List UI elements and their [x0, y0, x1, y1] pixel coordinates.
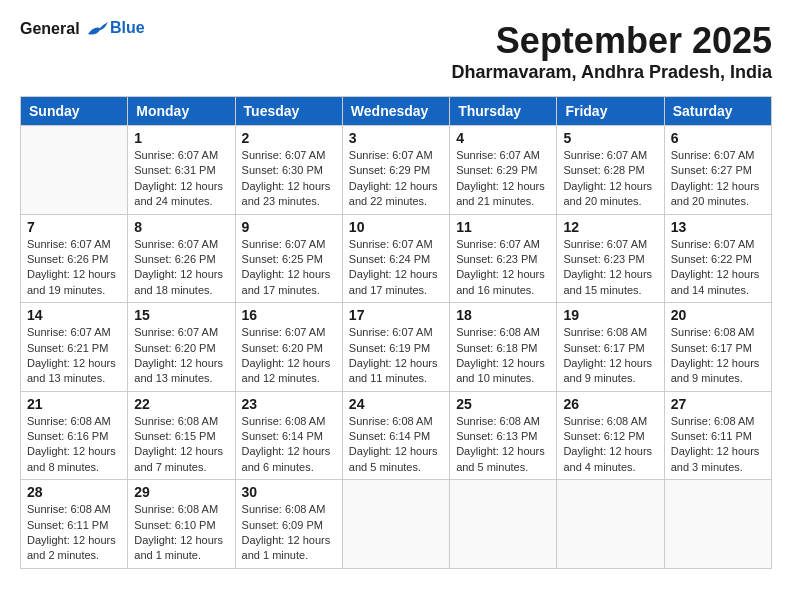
calendar-cell: 11Sunrise: 6:07 AM Sunset: 6:23 PM Dayli… [450, 214, 557, 303]
day-number: 5 [563, 130, 657, 146]
logo-bird-icon [86, 22, 108, 38]
day-number: 26 [563, 396, 657, 412]
day-info: Sunrise: 6:07 AM Sunset: 6:31 PM Dayligh… [134, 148, 228, 210]
day-info: Sunrise: 6:07 AM Sunset: 6:25 PM Dayligh… [242, 237, 336, 299]
day-number: 15 [134, 307, 228, 323]
logo-blue: Blue [110, 19, 145, 37]
calendar-cell: 14Sunrise: 6:07 AM Sunset: 6:21 PM Dayli… [21, 303, 128, 392]
calendar-cell: 22Sunrise: 6:08 AM Sunset: 6:15 PM Dayli… [128, 391, 235, 480]
day-number: 7 [27, 219, 121, 235]
calendar-cell: 10Sunrise: 6:07 AM Sunset: 6:24 PM Dayli… [342, 214, 449, 303]
day-number: 17 [349, 307, 443, 323]
day-number: 12 [563, 219, 657, 235]
calendar-cell [557, 480, 664, 569]
title-section: September 2025 Dharmavaram, Andhra Prade… [452, 20, 772, 83]
day-number: 18 [456, 307, 550, 323]
day-info: Sunrise: 6:08 AM Sunset: 6:11 PM Dayligh… [671, 414, 765, 476]
calendar-cell: 19Sunrise: 6:08 AM Sunset: 6:17 PM Dayli… [557, 303, 664, 392]
calendar-cell: 4Sunrise: 6:07 AM Sunset: 6:29 PM Daylig… [450, 126, 557, 215]
calendar-week-5: 28Sunrise: 6:08 AM Sunset: 6:11 PM Dayli… [21, 480, 772, 569]
calendar-cell: 26Sunrise: 6:08 AM Sunset: 6:12 PM Dayli… [557, 391, 664, 480]
calendar-week-3: 14Sunrise: 6:07 AM Sunset: 6:21 PM Dayli… [21, 303, 772, 392]
day-info: Sunrise: 6:08 AM Sunset: 6:09 PM Dayligh… [242, 502, 336, 564]
calendar-cell: 30Sunrise: 6:08 AM Sunset: 6:09 PM Dayli… [235, 480, 342, 569]
day-number: 3 [349, 130, 443, 146]
day-number: 8 [134, 219, 228, 235]
day-number: 20 [671, 307, 765, 323]
location: Dharmavaram, Andhra Pradesh, India [452, 62, 772, 83]
day-number: 4 [456, 130, 550, 146]
day-info: Sunrise: 6:08 AM Sunset: 6:15 PM Dayligh… [134, 414, 228, 476]
day-info: Sunrise: 6:07 AM Sunset: 6:29 PM Dayligh… [456, 148, 550, 210]
calendar-cell [21, 126, 128, 215]
calendar-cell: 2Sunrise: 6:07 AM Sunset: 6:30 PM Daylig… [235, 126, 342, 215]
month-year: September 2025 [452, 20, 772, 62]
calendar-cell: 6Sunrise: 6:07 AM Sunset: 6:27 PM Daylig… [664, 126, 771, 215]
day-info: Sunrise: 6:07 AM Sunset: 6:30 PM Dayligh… [242, 148, 336, 210]
calendar-week-2: 7Sunrise: 6:07 AM Sunset: 6:26 PM Daylig… [21, 214, 772, 303]
calendar-cell: 15Sunrise: 6:07 AM Sunset: 6:20 PM Dayli… [128, 303, 235, 392]
day-info: Sunrise: 6:08 AM Sunset: 6:16 PM Dayligh… [27, 414, 121, 476]
calendar-cell: 28Sunrise: 6:08 AM Sunset: 6:11 PM Dayli… [21, 480, 128, 569]
weekday-header-friday: Friday [557, 97, 664, 126]
day-number: 16 [242, 307, 336, 323]
day-number: 13 [671, 219, 765, 235]
day-info: Sunrise: 6:07 AM Sunset: 6:22 PM Dayligh… [671, 237, 765, 299]
day-info: Sunrise: 6:07 AM Sunset: 6:20 PM Dayligh… [242, 325, 336, 387]
weekday-header-sunday: Sunday [21, 97, 128, 126]
day-number: 9 [242, 219, 336, 235]
calendar-cell: 8Sunrise: 6:07 AM Sunset: 6:26 PM Daylig… [128, 214, 235, 303]
calendar: SundayMondayTuesdayWednesdayThursdayFrid… [20, 96, 772, 569]
day-number: 2 [242, 130, 336, 146]
calendar-cell [342, 480, 449, 569]
day-info: Sunrise: 6:08 AM Sunset: 6:17 PM Dayligh… [563, 325, 657, 387]
day-info: Sunrise: 6:08 AM Sunset: 6:14 PM Dayligh… [349, 414, 443, 476]
day-info: Sunrise: 6:07 AM Sunset: 6:26 PM Dayligh… [27, 237, 121, 299]
day-number: 10 [349, 219, 443, 235]
day-number: 24 [349, 396, 443, 412]
day-info: Sunrise: 6:07 AM Sunset: 6:19 PM Dayligh… [349, 325, 443, 387]
day-info: Sunrise: 6:08 AM Sunset: 6:18 PM Dayligh… [456, 325, 550, 387]
calendar-cell: 17Sunrise: 6:07 AM Sunset: 6:19 PM Dayli… [342, 303, 449, 392]
day-number: 28 [27, 484, 121, 500]
weekday-header-thursday: Thursday [450, 97, 557, 126]
weekday-header-wednesday: Wednesday [342, 97, 449, 126]
day-info: Sunrise: 6:07 AM Sunset: 6:20 PM Dayligh… [134, 325, 228, 387]
day-info: Sunrise: 6:08 AM Sunset: 6:10 PM Dayligh… [134, 502, 228, 564]
calendar-cell: 29Sunrise: 6:08 AM Sunset: 6:10 PM Dayli… [128, 480, 235, 569]
weekday-header-saturday: Saturday [664, 97, 771, 126]
day-number: 19 [563, 307, 657, 323]
logo: General Blue [20, 20, 145, 38]
calendar-cell: 27Sunrise: 6:08 AM Sunset: 6:11 PM Dayli… [664, 391, 771, 480]
day-info: Sunrise: 6:07 AM Sunset: 6:29 PM Dayligh… [349, 148, 443, 210]
calendar-cell: 20Sunrise: 6:08 AM Sunset: 6:17 PM Dayli… [664, 303, 771, 392]
day-info: Sunrise: 6:08 AM Sunset: 6:14 PM Dayligh… [242, 414, 336, 476]
logo-general: General [20, 20, 80, 37]
calendar-cell [664, 480, 771, 569]
day-info: Sunrise: 6:08 AM Sunset: 6:11 PM Dayligh… [27, 502, 121, 564]
calendar-cell: 21Sunrise: 6:08 AM Sunset: 6:16 PM Dayli… [21, 391, 128, 480]
day-number: 11 [456, 219, 550, 235]
day-number: 23 [242, 396, 336, 412]
day-number: 14 [27, 307, 121, 323]
day-number: 6 [671, 130, 765, 146]
calendar-cell: 5Sunrise: 6:07 AM Sunset: 6:28 PM Daylig… [557, 126, 664, 215]
calendar-cell: 7Sunrise: 6:07 AM Sunset: 6:26 PM Daylig… [21, 214, 128, 303]
day-info: Sunrise: 6:07 AM Sunset: 6:23 PM Dayligh… [456, 237, 550, 299]
day-info: Sunrise: 6:07 AM Sunset: 6:26 PM Dayligh… [134, 237, 228, 299]
calendar-cell: 23Sunrise: 6:08 AM Sunset: 6:14 PM Dayli… [235, 391, 342, 480]
calendar-body: 1Sunrise: 6:07 AM Sunset: 6:31 PM Daylig… [21, 126, 772, 569]
day-number: 27 [671, 396, 765, 412]
calendar-cell: 16Sunrise: 6:07 AM Sunset: 6:20 PM Dayli… [235, 303, 342, 392]
calendar-cell: 9Sunrise: 6:07 AM Sunset: 6:25 PM Daylig… [235, 214, 342, 303]
day-info: Sunrise: 6:07 AM Sunset: 6:24 PM Dayligh… [349, 237, 443, 299]
day-number: 1 [134, 130, 228, 146]
calendar-cell: 13Sunrise: 6:07 AM Sunset: 6:22 PM Dayli… [664, 214, 771, 303]
calendar-cell: 1Sunrise: 6:07 AM Sunset: 6:31 PM Daylig… [128, 126, 235, 215]
calendar-cell: 18Sunrise: 6:08 AM Sunset: 6:18 PM Dayli… [450, 303, 557, 392]
day-info: Sunrise: 6:07 AM Sunset: 6:23 PM Dayligh… [563, 237, 657, 299]
day-info: Sunrise: 6:07 AM Sunset: 6:21 PM Dayligh… [27, 325, 121, 387]
calendar-week-1: 1Sunrise: 6:07 AM Sunset: 6:31 PM Daylig… [21, 126, 772, 215]
calendar-cell: 3Sunrise: 6:07 AM Sunset: 6:29 PM Daylig… [342, 126, 449, 215]
calendar-cell [450, 480, 557, 569]
